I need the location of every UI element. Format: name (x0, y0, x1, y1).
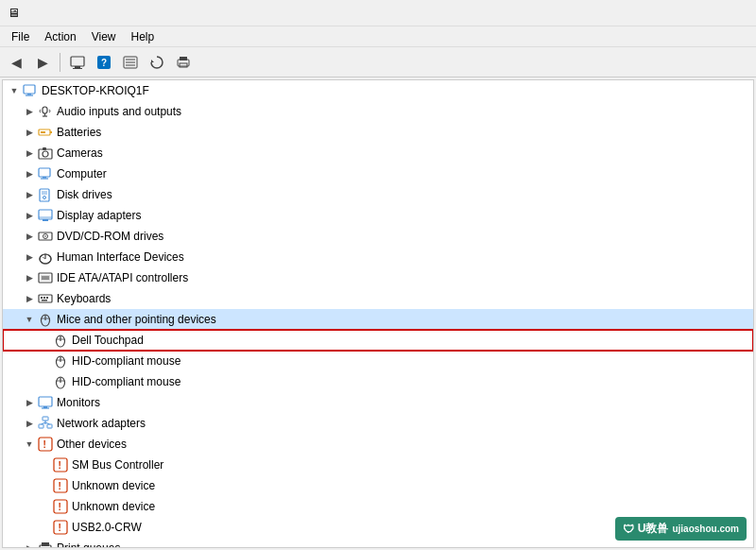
svg-rect-31 (39, 210, 52, 219)
label-monitors: Monitors (57, 396, 100, 409)
expander-network[interactable] (22, 416, 37, 431)
tree-item-hid[interactable]: Human Interface Devices (3, 247, 753, 267)
label-hid: Human Interface Devices (57, 250, 184, 264)
tree-item-monitors[interactable]: Monitors (3, 392, 753, 413)
expander-display[interactable] (22, 208, 37, 223)
icon-network (37, 415, 54, 432)
forward-button[interactable]: ▶ (30, 51, 55, 74)
svg-rect-24 (43, 147, 46, 150)
device-tree[interactable]: DESKTOP-KROIQ1FAudio inputs and outputsB… (2, 79, 754, 548)
label-cameras: Cameras (57, 146, 103, 160)
toolbar-separator-1 (60, 53, 60, 72)
icon-usb: ! (52, 519, 69, 536)
computer-icon-button[interactable] (65, 51, 90, 74)
label-smbus: SM Bus Controller (72, 458, 163, 472)
expander-print[interactable] (22, 541, 37, 548)
tree-item-ide[interactable]: IDE ATA/ATAPI controllers (3, 267, 753, 288)
tree-item-keyboards[interactable]: Keyboards (3, 288, 753, 309)
icon-root (22, 82, 39, 99)
label-hid-mouse2: HID-compliant mouse (72, 375, 180, 388)
icon-hid (37, 249, 54, 266)
icon-batteries (37, 124, 54, 141)
expander-hid[interactable] (22, 249, 37, 265)
menu-help[interactable]: Help (124, 28, 163, 45)
expander-disk[interactable] (22, 187, 37, 202)
tree-item-mice[interactable]: Mice and other pointing devices (3, 309, 753, 330)
svg-rect-21 (41, 131, 45, 133)
expander-root[interactable] (7, 83, 22, 98)
tree-item-smbus[interactable]: !SM Bus Controller (3, 455, 753, 475)
maximize-button[interactable] (690, 4, 718, 23)
tree-item-display[interactable]: Display adapters (3, 205, 753, 226)
tree-item-computer[interactable]: Computer (3, 163, 753, 184)
icon-cameras (37, 145, 54, 162)
svg-rect-46 (41, 297, 43, 299)
label-audio: Audio inputs and outputs (57, 105, 181, 118)
svg-text:!: ! (59, 502, 61, 512)
tree-item-disk[interactable]: Disk drives (3, 184, 753, 205)
svg-rect-1 (75, 66, 80, 68)
svg-rect-82 (42, 542, 49, 546)
label-disk: Disk drives (57, 188, 112, 201)
expander-keyboards[interactable] (22, 291, 37, 306)
menu-action[interactable]: Action (37, 28, 83, 45)
tree-item-hid-mouse2[interactable]: HID-compliant mouse (3, 371, 753, 392)
expander-audio[interactable] (22, 104, 37, 119)
icon-dvd (37, 228, 54, 245)
back-button[interactable]: ◀ (4, 51, 28, 74)
refresh-button[interactable] (145, 51, 169, 74)
tree-item-dell-touchpad[interactable]: Dell Touchpad (3, 330, 753, 351)
svg-rect-67 (47, 424, 52, 428)
icon-display (37, 207, 54, 224)
tree-item-dvd[interactable]: DVD/CD-ROM drives (3, 226, 753, 247)
expander-batteries[interactable] (22, 125, 37, 140)
tree-item-audio[interactable]: Audio inputs and outputs (3, 101, 753, 122)
icon-audio (37, 103, 54, 120)
svg-rect-33 (43, 219, 48, 221)
menu-bar: File Action View Help (0, 26, 756, 47)
expander-mice[interactable] (22, 312, 37, 327)
svg-rect-20 (50, 131, 52, 133)
tree-item-cameras[interactable]: Cameras (3, 143, 753, 163)
toolbar: ◀ ▶ ? (0, 47, 756, 77)
icon-ide (37, 269, 54, 286)
tree-item-root[interactable]: DESKTOP-KROIQ1F (3, 80, 753, 101)
expander-dvd[interactable] (22, 229, 37, 244)
svg-rect-49 (42, 300, 47, 301)
tree-item-network[interactable]: Network adapters (3, 413, 753, 434)
print-icon-button[interactable] (171, 51, 196, 74)
svg-point-30 (43, 197, 46, 199)
expander-cameras[interactable] (22, 146, 37, 161)
expander-monitors[interactable] (22, 395, 37, 410)
svg-text:!: ! (43, 439, 46, 450)
icon-print (37, 540, 54, 548)
icon-unknown2: ! (52, 498, 69, 515)
menu-file[interactable]: File (4, 28, 37, 45)
svg-text:!: ! (59, 523, 61, 533)
help-icon-button[interactable]: ? (92, 51, 116, 74)
close-button[interactable] (720, 4, 748, 23)
tree-item-other[interactable]: !Other devices (3, 434, 753, 455)
icon-other: ! (37, 436, 54, 453)
menu-view[interactable]: View (84, 28, 124, 45)
svg-rect-48 (46, 297, 48, 299)
expander-computer[interactable] (22, 166, 37, 181)
label-keyboards: Keyboards (57, 292, 111, 305)
tree-item-unknown2[interactable]: !Unknown device (3, 496, 753, 517)
expander-ide[interactable] (22, 270, 37, 285)
svg-text:!: ! (59, 481, 61, 491)
label-unknown1: Unknown device (72, 479, 155, 492)
tree-item-hid-mouse1[interactable]: HID-compliant mouse (3, 351, 753, 371)
svg-rect-28 (40, 189, 49, 201)
expander-other[interactable] (22, 437, 37, 452)
svg-rect-47 (43, 297, 45, 299)
icon-mice (37, 311, 54, 328)
label-dell-touchpad: Dell Touchpad (72, 334, 144, 347)
tree-item-batteries[interactable]: Batteries (3, 122, 753, 143)
icon-unknown1: ! (52, 477, 69, 494)
tree-item-unknown1[interactable]: !Unknown device (3, 475, 753, 496)
label-usb: USB2.0-CRW (72, 521, 142, 534)
window-controls (660, 4, 748, 23)
list-icon-button[interactable] (118, 51, 143, 74)
minimize-button[interactable] (660, 4, 688, 23)
